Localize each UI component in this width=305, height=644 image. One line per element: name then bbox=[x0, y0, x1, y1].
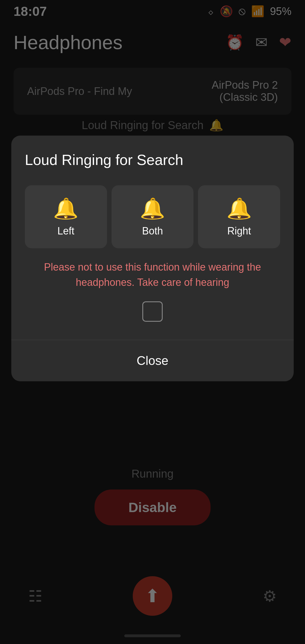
bell-left-icon: 🔔 bbox=[53, 197, 79, 221]
option-both-label: Both bbox=[142, 225, 163, 237]
close-label: Close bbox=[137, 354, 169, 368]
modal-title: Loud Ringing for Search bbox=[11, 136, 294, 179]
option-both[interactable]: 🔔 Both bbox=[112, 185, 194, 248]
acknowledge-checkbox[interactable] bbox=[142, 301, 163, 322]
options-row: 🔔 Left 🔔 Both 🔔 Right bbox=[18, 179, 287, 248]
modal-body: 🔔 Left 🔔 Both 🔔 Right Please not to use … bbox=[11, 179, 294, 340]
bell-right-icon: 🔔 bbox=[226, 197, 252, 221]
loud-ringing-modal: Loud Ringing for Search 🔔 Left 🔔 Both 🔔 … bbox=[11, 136, 294, 381]
close-button[interactable]: Close bbox=[11, 340, 294, 381]
bell-both-icon: 🔔 bbox=[140, 197, 165, 221]
option-left[interactable]: 🔔 Left bbox=[25, 185, 107, 248]
option-left-label: Left bbox=[57, 225, 74, 237]
option-right-label: Right bbox=[227, 225, 251, 237]
warning-message: Please not to use this function while we… bbox=[18, 248, 287, 297]
option-right[interactable]: 🔔 Right bbox=[198, 185, 280, 248]
checkbox-area[interactable] bbox=[18, 297, 287, 331]
